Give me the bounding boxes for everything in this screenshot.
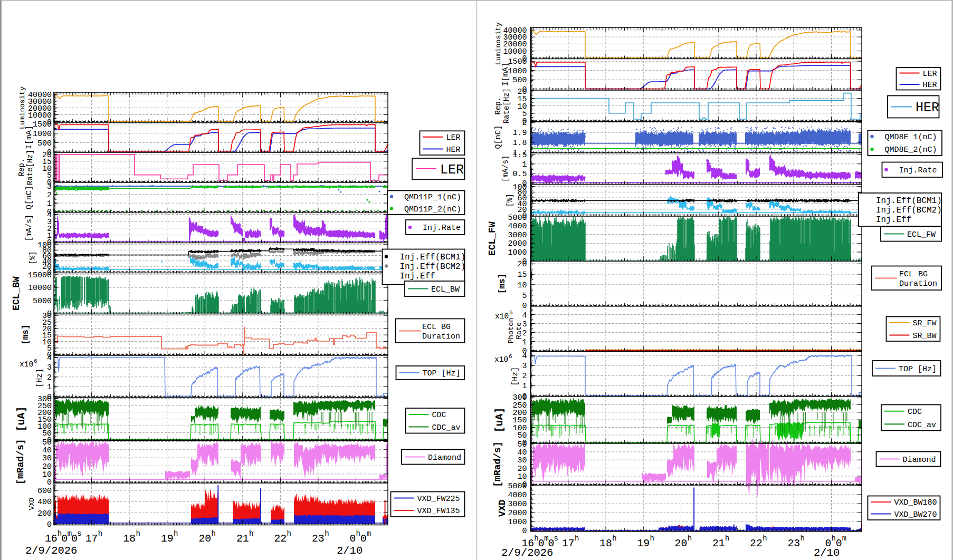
svg-text:[Hz]: [Hz]	[511, 367, 520, 386]
svg-text:2: 2	[522, 119, 527, 128]
svg-text:QMD11P_1(nC): QMD11P_1(nC)	[404, 193, 461, 202]
svg-text:18: 18	[599, 538, 612, 549]
svg-text:2000: 2000	[508, 509, 527, 518]
svg-text:Rep.: Rep.	[17, 159, 26, 177]
svg-text:x10: x10	[20, 360, 33, 369]
svg-text:[mA/s]: [mA/s]	[501, 155, 510, 181]
svg-text:Diamond: Diamond	[903, 456, 936, 465]
svg-text:20: 20	[198, 533, 211, 545]
svg-text:1: 1	[522, 338, 527, 347]
svg-text:3: 3	[522, 320, 527, 329]
svg-text:LER: LER	[923, 70, 937, 79]
svg-text:Inj.Eff(BCM2): Inj.Eff(BCM2)	[876, 206, 942, 215]
svg-text:Inj.Eff(BCM1): Inj.Eff(BCM1)	[400, 253, 466, 262]
svg-text:4000: 4000	[508, 222, 527, 231]
svg-text:[uA]: [uA]	[493, 407, 506, 432]
svg-text:TOP [Hz]: TOP [Hz]	[423, 369, 461, 378]
svg-text:500: 500	[37, 139, 52, 148]
svg-text:Inj.Eff(BCM2): Inj.Eff(BCM2)	[400, 262, 466, 272]
svg-text:21: 21	[236, 533, 249, 545]
svg-text:I[mA]: I[mA]	[25, 125, 34, 149]
svg-text:3000: 3000	[508, 231, 527, 240]
svg-text:h: h	[763, 534, 767, 543]
svg-text:s: s	[77, 529, 81, 538]
svg-text:5000: 5000	[508, 214, 527, 223]
svg-text:ECL BG: ECL BG	[422, 323, 451, 332]
svg-text:22: 22	[274, 533, 287, 545]
svg-text:1.9: 1.9	[512, 129, 527, 138]
svg-text:h: h	[575, 534, 579, 543]
svg-text:ECL_FW: ECL_FW	[907, 230, 936, 239]
svg-text:[mA/s]: [mA/s]	[25, 215, 33, 241]
svg-text:16: 16	[45, 533, 58, 545]
svg-text:Rate: Rate	[515, 322, 523, 339]
svg-text:1: 1	[522, 382, 527, 391]
svg-text:Rep.: Rep.	[494, 97, 502, 115]
svg-text:CDC_av: CDC_av	[908, 421, 936, 430]
svg-text:Rate[Hz]: Rate[Hz]	[502, 88, 511, 123]
svg-text:2: 2	[522, 329, 527, 338]
svg-text:h: h	[612, 534, 616, 543]
svg-text:LER: LER	[446, 133, 461, 142]
svg-text:VXD_BW180: VXD_BW180	[894, 498, 937, 507]
svg-text:Inj.Rate: Inj.Rate	[423, 224, 461, 233]
svg-text:HER: HER	[923, 81, 937, 90]
svg-text:3: 3	[522, 362, 527, 371]
svg-text:h: h	[325, 529, 329, 538]
svg-text:s: s	[554, 534, 558, 543]
svg-text:0: 0	[47, 520, 52, 529]
svg-text:4: 4	[522, 352, 527, 361]
svg-text:QMD11P_2(nC): QMD11P_2(nC)	[404, 205, 461, 214]
svg-text:SR_BW: SR_BW	[913, 332, 937, 341]
svg-text:20: 20	[517, 260, 527, 269]
svg-text:Inj.Eff: Inj.Eff	[876, 215, 911, 225]
svg-text:0: 0	[61, 533, 68, 545]
svg-text:[mRad/s]: [mRad/s]	[15, 439, 26, 484]
svg-text:15000: 15000	[28, 271, 52, 280]
svg-text:Luminosity: Luminosity	[18, 86, 26, 129]
svg-text:[ms]: [ms]	[21, 324, 31, 344]
svg-text:h: h	[725, 534, 729, 543]
svg-text:19: 19	[161, 533, 174, 545]
svg-text:[Hz]: [Hz]	[35, 369, 44, 388]
svg-text:22: 22	[750, 538, 763, 549]
svg-text:23: 23	[312, 533, 325, 545]
svg-text:[%]: [%]	[28, 251, 37, 264]
svg-text:0: 0	[522, 302, 527, 311]
svg-text:19: 19	[637, 538, 650, 549]
svg-text:17: 17	[85, 533, 98, 545]
svg-text:0: 0	[522, 527, 527, 536]
svg-text:2: 2	[47, 191, 52, 200]
svg-text:m: m	[842, 534, 846, 543]
svg-text:LER: LER	[440, 162, 464, 178]
svg-text:0.5: 0.5	[512, 170, 527, 179]
svg-text:15: 15	[517, 271, 527, 279]
svg-text:h: h	[212, 529, 216, 538]
svg-text:10000: 10000	[28, 284, 52, 293]
svg-text:1000: 1000	[508, 248, 527, 257]
svg-text:4: 4	[522, 311, 527, 320]
svg-text:20: 20	[675, 538, 688, 549]
svg-text:VXD: VXD	[28, 498, 36, 510]
svg-text:5: 5	[522, 292, 527, 301]
svg-text:ECL_BW: ECL_BW	[431, 285, 460, 294]
svg-text:CDC_av: CDC_av	[432, 423, 461, 432]
svg-text:21: 21	[712, 538, 725, 549]
svg-text:h: h	[800, 534, 805, 543]
svg-text:18: 18	[123, 533, 136, 545]
svg-text:2/10: 2/10	[814, 547, 840, 559]
svg-text:Luminosity: Luminosity	[494, 22, 502, 65]
svg-text:h: h	[174, 529, 178, 538]
svg-text:Inj.Eff(BCM1): Inj.Eff(BCM1)	[876, 196, 942, 206]
svg-text:1: 1	[522, 160, 527, 169]
svg-text:23: 23	[787, 538, 800, 549]
svg-text:2/10: 2/10	[337, 545, 363, 557]
svg-text:VXD_FW225: VXD_FW225	[417, 495, 460, 504]
svg-text:ECL BG: ECL BG	[899, 270, 928, 279]
svg-text:Diamond: Diamond	[428, 453, 461, 462]
svg-text:3000: 3000	[508, 500, 527, 509]
svg-text:6: 6	[509, 353, 512, 360]
svg-text:Inj.Rate: Inj.Rate	[899, 166, 937, 175]
svg-text:h: h	[98, 529, 102, 538]
svg-text:2: 2	[47, 373, 52, 382]
